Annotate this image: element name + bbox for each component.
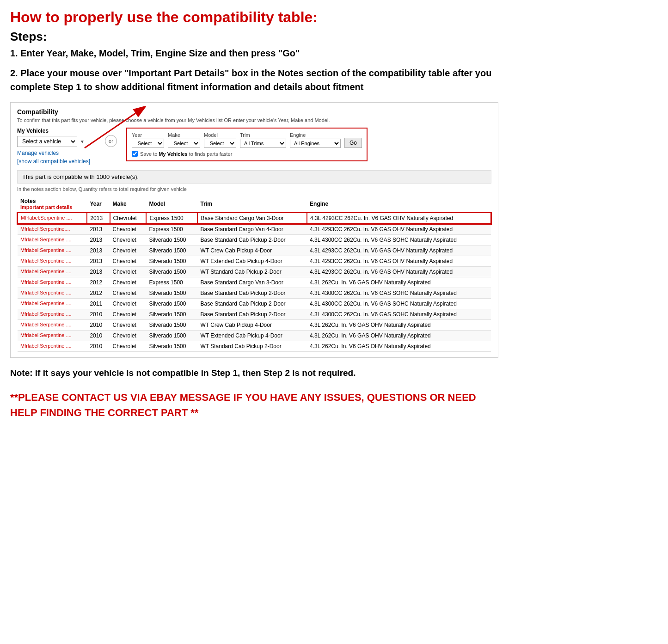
my-vehicles-label: My Vehicles	[17, 128, 96, 134]
cell-engine: 4.3L 4293CC 262Cu. In. V6 GAS OHV Natura…	[307, 267, 491, 277]
col-notes: Notes Important part details	[18, 196, 87, 213]
cell-notes: Mfrlabel:Serpentine ....	[18, 245, 87, 256]
engine-select[interactable]: All Engines	[290, 139, 341, 148]
or-label: or	[105, 135, 117, 147]
compat-count-bar: This part is compatible with 1000 vehicl…	[17, 170, 491, 184]
show-all-link[interactable]: [show all compatible vehicles]	[17, 158, 96, 165]
cell-year: 2010	[87, 320, 110, 331]
cell-engine: 4.3L 4293CC 262Cu. In. V6 GAS OHV Natura…	[307, 245, 491, 256]
vehicle-select-row: Select a vehicle ▼	[17, 136, 96, 147]
engine-field: Engine All Engines	[290, 132, 341, 148]
year-label: Year	[132, 132, 164, 138]
trim-label: Trim	[240, 132, 286, 138]
compat-quantity-note: In the notes section below, Quantity ref…	[17, 186, 491, 192]
trim-select[interactable]: All Trims	[240, 139, 286, 148]
cell-trim: Base Standard Cab Pickup 2-Door	[197, 288, 307, 299]
year-select[interactable]: -Select-	[132, 139, 164, 148]
vehicle-form-box: Year -Select- Make -Select- Model -Selec…	[126, 128, 368, 161]
cell-engine: 4.3L 4293CC 262Cu. In. V6 GAS OHV Natura…	[307, 224, 491, 235]
cell-year: 2011	[87, 299, 110, 309]
cell-trim: Base Standard Cargo Van 3-Door	[197, 277, 307, 288]
cell-notes: Mfrlabel:Serpentine....	[18, 224, 87, 235]
col-year: Year	[87, 196, 110, 213]
cell-engine: 4.3L 262Cu. In. V6 GAS OHV Naturally Asp…	[307, 341, 491, 352]
cell-trim: WT Extended Cab Pickup 4-Door	[197, 256, 307, 267]
table-row: Mfrlabel:Serpentine ....2013ChevroletSil…	[18, 235, 491, 245]
cell-year: 2013	[87, 245, 110, 256]
cell-trim: Base Standard Cab Pickup 2-Door	[197, 235, 307, 245]
cell-make: Chevrolet	[110, 277, 147, 288]
table-row: Mfrlabel:Serpentine ....2010ChevroletSil…	[18, 331, 491, 341]
vehicle-select-dropdown[interactable]: Select a vehicle	[17, 136, 77, 147]
cell-model: Silverado 1500	[146, 288, 197, 299]
col-make: Make	[110, 196, 147, 213]
cell-notes: Mfrlabel:Serpentine ....	[18, 288, 87, 299]
make-field: Make -Select-	[168, 132, 200, 148]
cell-year: 2013	[87, 235, 110, 245]
cell-model: Silverado 1500	[146, 245, 197, 256]
col-model: Model	[146, 196, 197, 213]
model-label: Model	[204, 132, 236, 138]
my-vehicles-section: My Vehicles Select a vehicle ▼ Manage ve…	[17, 128, 96, 165]
cell-make: Chevrolet	[110, 224, 147, 235]
make-label: Make	[168, 132, 200, 138]
cell-notes: Mfrlabel:Serpentine ....	[18, 235, 87, 245]
cell-engine: 4.3L 4300CC 262Cu. In. V6 GAS SOHC Natur…	[307, 288, 491, 299]
cell-year: 2013	[87, 213, 110, 224]
cell-year: 2012	[87, 288, 110, 299]
cell-model: Silverado 1500	[146, 341, 197, 352]
cell-engine: 4.3L 4300CC 262Cu. In. V6 GAS SOHC Natur…	[307, 299, 491, 309]
cell-model: Silverado 1500	[146, 299, 197, 309]
model-select[interactable]: -Select-	[204, 139, 236, 148]
cell-model: Silverado 1500	[146, 256, 197, 267]
important-part-details-label: Important part details	[20, 204, 84, 210]
compatibility-box: Compatibility To confirm that this part …	[10, 102, 498, 358]
col-engine: Engine	[307, 196, 491, 213]
cell-make: Chevrolet	[110, 309, 147, 320]
table-row: Mfrlabel:Serpentine ....2012ChevroletSil…	[18, 288, 491, 299]
cell-trim: WT Standard Cab Pickup 2-Door	[197, 267, 307, 277]
table-row: Mfrlabel:Serpentine....2013ChevroletExpr…	[18, 224, 491, 235]
save-text: Save to My Vehicles to finds parts faste…	[140, 151, 232, 157]
cell-make: Chevrolet	[110, 256, 147, 267]
cell-engine: 4.3L 4293CC 262Cu. In. V6 GAS OHV Natura…	[307, 256, 491, 267]
table-row: Mfrlabel:Serpentine ....2013ChevroletSil…	[18, 267, 491, 277]
manage-vehicles-link[interactable]: Manage vehicles	[17, 150, 96, 156]
table-body: Mfrlabel:Serpentine ....2013ChevroletExp…	[18, 213, 491, 352]
cell-model: Express 1500	[146, 277, 197, 288]
cell-model: Silverado 1500	[146, 320, 197, 331]
note-section: Note: if it says your vehicle is not com…	[10, 367, 498, 380]
cell-model: Silverado 1500	[146, 309, 197, 320]
cell-engine: 4.3L 4300CC 262Cu. In. V6 GAS SOHC Natur…	[307, 309, 491, 320]
cell-notes: Mfrlabel:Serpentine ....	[18, 213, 87, 224]
cell-year: 2010	[87, 341, 110, 352]
step2-text: 2. Place your mouse over "Important Part…	[10, 66, 498, 94]
step1-text: 1. Enter Year, Make, Model, Trim, Engine…	[10, 47, 498, 60]
cell-year: 2013	[87, 224, 110, 235]
table-row: Mfrlabel:Serpentine ....2010ChevroletSil…	[18, 309, 491, 320]
cell-trim: Base Standard Cab Pickup 2-Door	[197, 299, 307, 309]
save-checkbox[interactable]	[132, 151, 138, 157]
cell-make: Chevrolet	[110, 288, 147, 299]
cell-trim: WT Standard Cab Pickup 2-Door	[197, 341, 307, 352]
trim-field: Trim All Trims	[240, 132, 286, 148]
main-title: How to properly use the compatibility ta…	[10, 8, 498, 26]
go-button[interactable]: Go	[344, 138, 362, 148]
steps-label: Steps:	[10, 30, 498, 44]
cell-trim: Base Standard Cab Pickup 2-Door	[197, 309, 307, 320]
compat-title: Compatibility	[17, 108, 491, 116]
cell-notes: Mfrlabel:Serpentine ....	[18, 299, 87, 309]
cell-notes: Mfrlabel:Serpentine ....	[18, 341, 87, 352]
cell-engine: 4.3L 4293CC 262Cu. In. V6 GAS OHV Natura…	[307, 213, 491, 224]
cell-notes: Mfrlabel:Serpentine ....	[18, 267, 87, 277]
compat-subtitle: To confirm that this part fits your vehi…	[17, 117, 491, 123]
cell-model: Express 1500	[146, 213, 197, 224]
cell-make: Chevrolet	[110, 299, 147, 309]
table-header-row: Notes Important part details Year Make M…	[18, 196, 491, 213]
cell-model: Silverado 1500	[146, 235, 197, 245]
cell-year: 2010	[87, 331, 110, 341]
cell-trim: Base Standard Cargo Van 3-Door	[197, 213, 307, 224]
cell-model: Silverado 1500	[146, 267, 197, 277]
cell-notes: Mfrlabel:Serpentine ....	[18, 320, 87, 331]
make-select[interactable]: -Select-	[168, 139, 200, 148]
